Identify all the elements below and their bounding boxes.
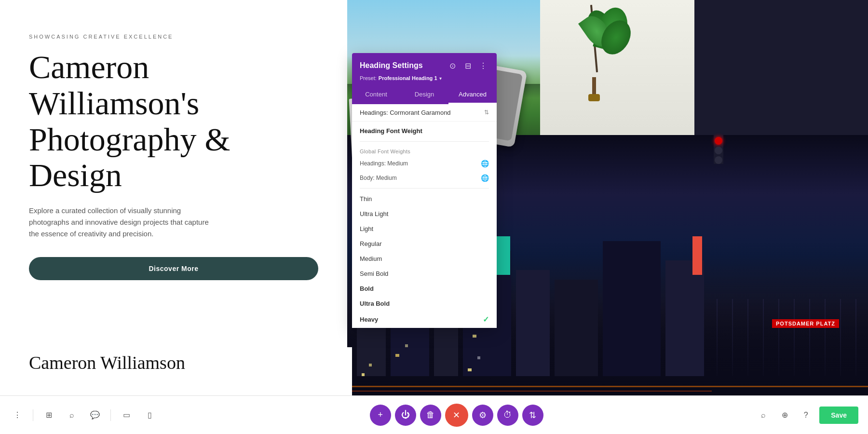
weight-bold-label: Bold [360,285,374,292]
font-select-row[interactable]: Headings: Cormorant Garamond ⇅ [352,104,497,122]
panel-tabs: Content Design Advanced [352,86,497,104]
hero-subtitle: SHOWCASING CREATIVE EXCELLENCE [29,34,318,40]
weight-light[interactable]: Light [352,221,497,236]
plant-photo [540,0,694,140]
panel-more-icon[interactable]: ⋮ [477,60,489,71]
red-accent-stripe [692,236,702,275]
toolbar-mobile-button[interactable]: ▯ [142,407,157,423]
weight-semi-bold[interactable]: Semi Bold [352,266,497,281]
bottom-toolbar: ⋮ ⊞ ⌕ 💬 ▭ ▯ + ⏻ 🗑 ✕ ⚙ ⏱ ⇅ ⌕ ⊕ ? Save [0,395,868,434]
weight-thin-label: Thin [360,195,372,203]
global-headings-label: Headings: Medium [360,160,408,167]
panel-preset-arrow[interactable]: ▾ [439,76,442,81]
toolbar-search-button[interactable]: ⌕ [64,407,80,423]
weight-regular[interactable]: Regular [352,236,497,251]
font-select-label: Headings: Cormorant Garamond [360,109,451,116]
toolbar-close-button[interactable]: ✕ [445,404,468,427]
panel-columns-icon[interactable]: ⊟ [462,60,474,71]
toolbar-trash-button[interactable]: 🗑 [420,405,441,426]
save-button[interactable]: Save [819,407,858,424]
toolbar-right: ⌕ ⊕ ? Save [756,407,858,424]
selected-checkmark: ✓ [483,315,489,324]
toolbar-settings-button[interactable]: ⚙ [472,405,493,426]
hero-description: Explore a curated collection of visually… [29,205,212,240]
toolbar-power-button[interactable]: ⏻ [395,405,416,426]
divider-2 [360,188,489,189]
global-headings-item[interactable]: Headings: Medium 🌐 [352,156,497,171]
font-weight-section-title: Heading Font Weight [352,122,497,138]
font-select-arrow: ⇅ [484,109,489,116]
toolbar-separator-1 [33,409,33,421]
weight-bold[interactable]: Bold [352,281,497,296]
traffic-signal [714,135,723,164]
globe-icon-body[interactable]: 🌐 [481,174,489,182]
toolbar-comment-button[interactable]: 💬 [87,407,103,423]
tab-content[interactable]: Content [352,86,400,104]
toolbar-center: + ⏻ 🗑 ✕ ⚙ ⏱ ⇅ [370,404,543,427]
divider-1 [360,141,489,142]
weight-medium-label: Medium [360,255,382,262]
page-bottom-preview: Cameron Williamson [0,347,352,395]
toolbar-add-button[interactable]: + [370,405,391,426]
toolbar-arrows-button[interactable]: ⇅ [522,405,543,426]
teal-accent-stripe [496,236,510,275]
panel-body: Headings: Cormorant Garamond ⇅ Heading F… [352,104,497,328]
font-weight-list: Global Font Weights Headings: Medium 🌐 B… [352,141,497,328]
globe-icon-headings[interactable]: 🌐 [481,160,489,167]
toolbar-menu-button[interactable]: ⋮ [10,407,25,423]
weight-regular-label: Regular [360,240,382,247]
global-body-label: Body: Medium [360,175,397,181]
heading-settings-panel: Heading Settings ⊙ ⊟ ⋮ Preset: Professio… [352,53,497,328]
toolbar-search2-button[interactable]: ⌕ [756,407,771,423]
weight-light-label: Light [360,225,373,232]
toolbar-separator-2 [110,409,111,421]
panel-header-icons: ⊙ ⊟ ⋮ [447,60,489,71]
toolbar-history-button[interactable]: ⏱ [497,405,518,426]
bottom-name-text: Cameron Williamson [29,353,185,373]
panel-preset-value[interactable]: Professional Heading 1 [379,75,437,81]
panel-header: Heading Settings ⊙ ⊟ ⋮ Preset: Professio… [352,53,497,86]
weight-semi-bold-label: Semi Bold [360,270,388,277]
panel-preset-label: Preset: [360,75,377,81]
weight-ultra-bold-label: Ultra Bold [360,300,390,307]
discover-more-button[interactable]: Discover More [29,257,318,280]
tab-advanced[interactable]: Advanced [448,86,497,104]
weight-thin[interactable]: Thin [352,191,497,206]
weight-heavy[interactable]: Heavy ✓ [352,311,497,328]
hero-title: CameronWilliamson'sPhotography &Design [29,49,318,193]
weight-ultra-bold[interactable]: Ultra Bold [352,296,497,311]
toolbar-help-button[interactable]: ? [798,407,814,423]
potsdamer-platz-sign: POTSDAMER PLATZ [772,319,839,328]
tab-design[interactable]: Design [400,86,448,104]
toolbar-grid-button[interactable]: ⊞ [41,407,56,423]
toolbar-left: ⋮ ⊞ ⌕ 💬 ▭ ▯ [10,407,157,423]
weight-ultra-light[interactable]: Ultra Light [352,206,497,221]
global-font-weights-header: Global Font Weights [352,145,497,156]
global-body-item[interactable]: Body: Medium 🌐 [352,171,497,185]
weight-ultra-light-label: Ultra Light [360,210,388,217]
weight-heavy-label: Heavy [360,316,378,323]
toolbar-tablet-button[interactable]: ▭ [119,407,134,423]
panel-camera-icon[interactable]: ⊙ [447,60,458,71]
panel-title: Heading Settings [360,61,423,70]
toolbar-share-button[interactable]: ⊕ [777,407,792,423]
weight-medium[interactable]: Medium [352,251,497,266]
